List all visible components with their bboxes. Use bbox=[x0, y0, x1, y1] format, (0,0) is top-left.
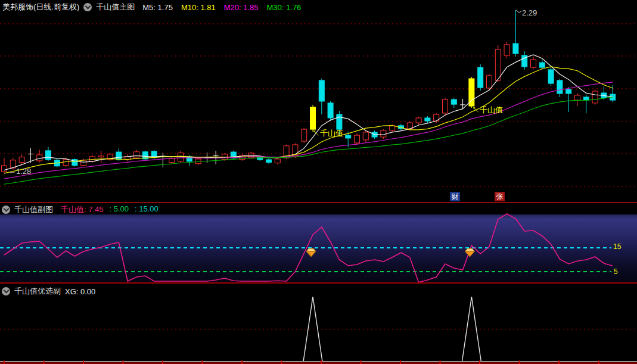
diamond-signal-icon bbox=[306, 248, 316, 257]
sub-indicator-value: : 5.00 bbox=[110, 204, 129, 215]
sub-indicator-title[interactable]: 千山值副图 bbox=[14, 204, 53, 215]
main-header: 美邦服饰(日线.前复权) 千山值主图 M5: 1.75M10: 1.81M20:… bbox=[2, 2, 301, 13]
ma-value: M20: 1.85 bbox=[224, 3, 259, 12]
diamond-signal-icon bbox=[465, 248, 474, 257]
main-chart-canvas[interactable] bbox=[0, 0, 637, 203]
badge-finance[interactable]: 财 bbox=[450, 192, 460, 201]
chevron-glyph bbox=[3, 206, 9, 212]
chevron-glyph bbox=[3, 288, 9, 294]
chevron-glyph bbox=[85, 4, 91, 10]
signal-value: XG: 0.00 bbox=[65, 287, 95, 296]
sub-indicator-values: 千山值: 7.45: 5.00: 15.00 bbox=[61, 204, 159, 215]
main-indicator-title[interactable]: 千山值主图 bbox=[96, 2, 135, 13]
signal-label-2: ↖千山值 bbox=[472, 105, 503, 116]
lower-threshold-label: 5 bbox=[614, 267, 618, 276]
signal-panel-canvas[interactable] bbox=[0, 296, 637, 364]
signal-panel-header: 千山值优选副 XG: 0.00 bbox=[2, 286, 95, 297]
low-price-annotation: ←1.28 bbox=[8, 167, 31, 176]
symbol-title: 美邦服饰(日线.前复权) bbox=[2, 2, 79, 13]
upper-threshold-label: 15 bbox=[613, 242, 621, 251]
signal-indicator-title[interactable]: 千山值优选副 bbox=[14, 286, 61, 297]
ma-value: M5: 1.75 bbox=[142, 3, 173, 12]
ma-value: M30: 1.76 bbox=[267, 3, 302, 12]
sub-indicator-value: : 15.00 bbox=[135, 204, 159, 215]
chevron-down-icon[interactable] bbox=[2, 206, 10, 214]
ma-value: M10: 1.81 bbox=[181, 3, 216, 12]
stock-chart-window: 美邦服饰(日线.前复权) 千山值主图 M5: 1.75M10: 1.81M20:… bbox=[0, 0, 637, 364]
sub-indicator-value: 千山值: 7.45 bbox=[61, 204, 104, 215]
high-price-annotation: 2.29 bbox=[522, 8, 537, 17]
sub-panel-header: 千山值副图 千山值: 7.45: 5.00: 15.00 bbox=[2, 204, 159, 215]
signal-label-1: ↖千山值 bbox=[312, 128, 343, 139]
chevron-down-icon[interactable] bbox=[83, 3, 92, 11]
badge-zhang[interactable]: 张 bbox=[495, 192, 505, 201]
chevron-down-icon[interactable] bbox=[2, 287, 10, 295]
ma-values: M5: 1.75M10: 1.81M20: 1.85M30: 1.76 bbox=[142, 3, 301, 12]
sub-indicator-canvas[interactable] bbox=[0, 211, 637, 284]
